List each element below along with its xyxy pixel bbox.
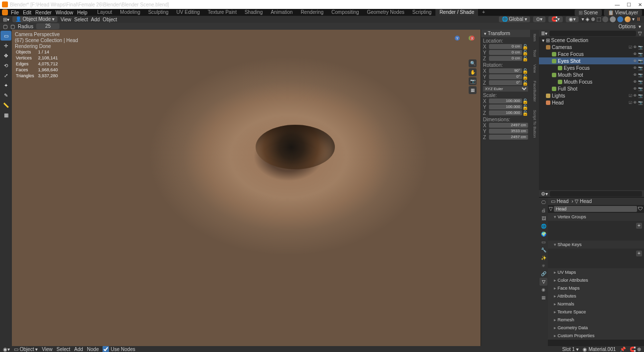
- material-shading[interactable]: [617, 16, 623, 22]
- transform-tool[interactable]: ✦: [0, 80, 11, 90]
- options-dropdown[interactable]: ▾: [639, 24, 641, 29]
- solid-shading[interactable]: [610, 16, 616, 22]
- th-add[interactable]: Add: [91, 17, 100, 22]
- rendered-shading[interactable]: [625, 16, 631, 22]
- lock-icon[interactable]: 🔓: [522, 110, 528, 116]
- dim-x[interactable]: 2497 cm: [489, 123, 528, 128]
- th-object[interactable]: Object: [103, 17, 117, 22]
- mode-selector[interactable]: 👤 Object Mode ▾: [12, 16, 57, 22]
- filter-icon[interactable]: ▽: [638, 31, 642, 36]
- lock-icon[interactable]: 🔓: [522, 99, 528, 104]
- pt-viewlayer[interactable]: 🖼: [539, 214, 547, 222]
- lock-icon[interactable]: 🔓: [522, 104, 528, 110]
- menu-file[interactable]: File: [11, 10, 19, 15]
- outliner-item[interactable]: Face Focus👁 📷: [539, 50, 644, 57]
- pt-material[interactable]: ◉: [539, 286, 547, 294]
- workspace-tab-active[interactable]: Render / Shade: [435, 9, 478, 16]
- scl-x[interactable]: 100.000: [489, 99, 522, 103]
- workspace-tab[interactable]: Shading: [241, 9, 267, 16]
- nh-select[interactable]: Select: [56, 347, 70, 352]
- lock-icon[interactable]: 🔓: [522, 74, 528, 80]
- lock-icon[interactable]: 🔓: [522, 56, 528, 61]
- workspace-tab[interactable]: Scripting: [408, 9, 435, 16]
- workspace-tab[interactable]: Modeling: [116, 9, 144, 16]
- nav-gizmo[interactable]: Z Y X: [455, 36, 477, 57]
- n-panel-tab[interactable]: Script To Button: [532, 106, 538, 142]
- minimize-button[interactable]: —: [615, 2, 620, 7]
- options-label[interactable]: Options: [619, 24, 636, 29]
- transform-header[interactable]: ▾ Transform: [481, 30, 530, 37]
- pt-texture[interactable]: ▦: [539, 294, 547, 302]
- n-panel-tab[interactable]: Item: [532, 30, 538, 46]
- pin-icon[interactable]: 📌: [620, 347, 626, 352]
- th-select[interactable]: Select: [74, 17, 88, 22]
- rot-z[interactable]: 0°: [489, 80, 522, 85]
- property-section[interactable]: Vertex Groups+: [548, 213, 644, 241]
- visibility-toggle[interactable]: ▾: [582, 16, 584, 22]
- nh-node[interactable]: Node: [87, 347, 99, 352]
- property-section[interactable]: Normals: [548, 300, 644, 308]
- n-panel-tab[interactable]: View: [532, 60, 538, 77]
- outliner-item[interactable]: Lights☑ 👁 📷: [539, 92, 644, 99]
- outliner-item[interactable]: Eyes Shot👁 📷: [539, 57, 644, 64]
- snap-node-icon[interactable]: 🧲: [630, 347, 636, 352]
- property-section[interactable]: Geometry Data: [548, 324, 644, 332]
- move-tool[interactable]: ✥: [0, 50, 11, 60]
- pt-output[interactable]: 🖨: [539, 206, 547, 214]
- editor-type-icon[interactable]: ⊞▾: [3, 17, 9, 22]
- close-button[interactable]: ✕: [638, 2, 642, 7]
- pause-render-icon[interactable]: ⏸: [636, 16, 641, 22]
- outliner-item[interactable]: Mouth Shot👁 📷: [539, 71, 644, 78]
- workspace-tab[interactable]: Animation: [267, 9, 296, 16]
- pt-scene[interactable]: 🌐: [539, 222, 547, 230]
- outliner-search[interactable]: [549, 31, 636, 36]
- perspective-icon[interactable]: ▦: [469, 86, 477, 94]
- gizmo-toggle[interactable]: ◈: [586, 16, 590, 22]
- node-type-object[interactable]: ▭ Object ▾: [14, 347, 38, 352]
- n-panel-tab[interactable]: Tool: [532, 46, 538, 61]
- scl-y[interactable]: 100.000: [489, 104, 522, 109]
- property-section[interactable]: Face Maps: [548, 284, 644, 292]
- nh-view[interactable]: View: [42, 347, 53, 352]
- dim-y[interactable]: 3533 cm: [489, 129, 528, 134]
- overlay-node-icon[interactable]: ⊕: [637, 347, 641, 352]
- pivot-selector[interactable]: ⊙▾: [533, 16, 545, 22]
- wireframe-shading[interactable]: [602, 16, 608, 22]
- pt-constraint[interactable]: 🔗: [539, 270, 547, 278]
- rotate-tool[interactable]: ⟲: [0, 60, 11, 70]
- maximize-button[interactable]: ☐: [627, 2, 631, 7]
- nh-add[interactable]: Add: [74, 347, 83, 352]
- annotate-tool[interactable]: ✎: [0, 90, 11, 100]
- pt-modifier[interactable]: 🔧: [539, 246, 547, 254]
- fake-user-icon[interactable]: 🛡: [638, 206, 643, 212]
- rot-x[interactable]: 90°: [489, 68, 522, 73]
- lock-icon[interactable]: 🔓: [522, 50, 528, 55]
- rot-y[interactable]: 0°: [489, 74, 522, 79]
- pt-particle[interactable]: ✨: [539, 254, 547, 262]
- pt-physics[interactable]: ⚛: [539, 262, 547, 270]
- add-icon[interactable]: +: [636, 251, 642, 256]
- tool-value[interactable]: 25: [36, 23, 59, 29]
- property-section[interactable]: Shape Keys+: [548, 241, 644, 268]
- select-tool[interactable]: ▭: [0, 31, 11, 41]
- workspace-tab[interactable]: Geometry Nodes: [363, 9, 409, 16]
- loc-z[interactable]: 0 cm: [489, 56, 522, 61]
- measure-tool[interactable]: 📏: [0, 100, 11, 110]
- outliner-item[interactable]: Full Shot👁 📷: [539, 85, 644, 92]
- menu-help[interactable]: Help: [77, 10, 88, 15]
- lock-icon[interactable]: 🔓: [522, 44, 528, 50]
- property-section[interactable]: Texture Space: [548, 308, 644, 316]
- menu-window[interactable]: Window: [55, 10, 73, 15]
- material-selector[interactable]: ◉ Material.001: [583, 347, 616, 352]
- shading-options[interactable]: ▾: [632, 16, 635, 22]
- use-nodes-checkbox[interactable]: Use Nodes: [103, 346, 135, 352]
- proportional-edit[interactable]: ◉▾: [566, 16, 579, 22]
- orientation-selector[interactable]: 🌐 Global ▾: [499, 16, 530, 22]
- loc-y[interactable]: 0 cm: [489, 50, 522, 55]
- loc-x[interactable]: 0 cm: [489, 44, 522, 49]
- workspace-tab[interactable]: Compositing: [327, 9, 363, 16]
- menu-edit[interactable]: Edit: [23, 10, 31, 15]
- xray-toggle[interactable]: ⬚: [596, 16, 601, 22]
- lock-icon[interactable]: 🔓: [522, 80, 528, 86]
- add-icon[interactable]: +: [636, 223, 642, 229]
